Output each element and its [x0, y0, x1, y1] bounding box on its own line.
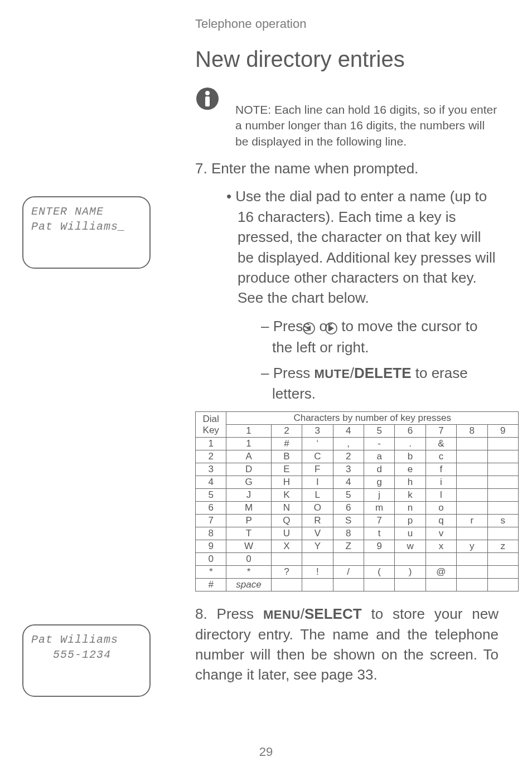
- table-cell: Q: [271, 515, 302, 527]
- table-cell: v: [425, 527, 456, 540]
- lcd-line: ENTER NAME: [31, 204, 142, 219]
- table-cell: E: [271, 463, 302, 476]
- table-cell: &: [425, 438, 456, 450]
- table-cell: q: [425, 515, 456, 527]
- note-label: NOTE:: [235, 103, 271, 116]
- table-cell: g: [364, 476, 394, 489]
- table-cell: [457, 579, 487, 591]
- table-cell: 7: [364, 515, 394, 527]
- table-cell: f: [425, 463, 456, 476]
- table-cell: /: [333, 566, 364, 579]
- table-cell: n: [395, 502, 425, 515]
- table-row: #space: [196, 579, 519, 591]
- table-cell: [271, 579, 302, 591]
- table-cell: [364, 553, 394, 566]
- table-cell: u: [395, 527, 425, 540]
- table-cell: V: [302, 527, 333, 540]
- table-cell: k: [395, 489, 425, 502]
- table-cell: A: [226, 450, 271, 463]
- table-key-cell: 0: [196, 553, 226, 566]
- table-cell: [457, 476, 487, 489]
- table-cell: 1: [226, 438, 271, 450]
- table-cell: S: [333, 515, 364, 527]
- table-cell: [457, 489, 487, 502]
- table-col-header: 3: [302, 425, 333, 438]
- table-cell: K: [271, 489, 302, 502]
- text: /: [301, 605, 304, 622]
- table-cell: [487, 463, 518, 476]
- table-key-cell: 3: [196, 463, 226, 476]
- table-cell: [487, 579, 518, 591]
- table-cell: [457, 566, 487, 579]
- lcd-display-stored: Pat Williams 555-1234: [22, 624, 151, 697]
- table-cell: t: [364, 527, 394, 540]
- table-col-header: 9: [487, 425, 518, 438]
- table-cell: *: [226, 566, 271, 579]
- table-cell: e: [395, 463, 425, 476]
- table-cell: R: [302, 515, 333, 527]
- text: 8. Press: [195, 605, 263, 622]
- svg-point-1: [205, 91, 210, 95]
- table-cell: y: [457, 540, 487, 553]
- table-cell: z: [487, 540, 518, 553]
- table-cell: [395, 579, 425, 591]
- table-cell: [487, 438, 518, 450]
- table-cell: I: [302, 476, 333, 489]
- step-7-dash-1: Press or to move the cursor to the left …: [261, 316, 499, 358]
- table-cell: d: [364, 463, 394, 476]
- table-col-header: 7: [425, 425, 456, 438]
- table-cell: [395, 553, 425, 566]
- table-header-span: Characters by number of key presses: [226, 412, 519, 425]
- table-cell: [425, 579, 456, 591]
- step-7-bullet: Use the dial pad to enter a name (up to …: [226, 186, 499, 308]
- table-cell: a: [364, 450, 394, 463]
- table-cell: ,: [333, 438, 364, 450]
- table-key-cell: 2: [196, 450, 226, 463]
- table-cell: 8: [333, 527, 364, 540]
- table-cell: [333, 553, 364, 566]
- table-key-cell: 6: [196, 502, 226, 515]
- table-row: 5JKL5jkl: [196, 489, 519, 502]
- table-cell: [425, 553, 456, 566]
- table-cell: [457, 450, 487, 463]
- step-7: 7. Enter the name when prompted.: [195, 158, 499, 178]
- table-cell: G: [226, 476, 271, 489]
- table-cell: i: [425, 476, 456, 489]
- table-row: 9WXYZ9wxyz: [196, 540, 519, 553]
- table-cell: (: [364, 566, 394, 579]
- table-cell: [457, 463, 487, 476]
- table-cell: J: [226, 489, 271, 502]
- table-cell: c: [425, 450, 456, 463]
- table-cell: [457, 553, 487, 566]
- table-cell: ‘: [302, 438, 333, 450]
- table-row: 11#‘,-.&: [196, 438, 519, 450]
- table-cell: !: [302, 566, 333, 579]
- table-cell: T: [226, 527, 271, 540]
- table-cell: @: [425, 566, 456, 579]
- table-row: 4GHI4ghi: [196, 476, 519, 489]
- table-col-header: 8: [457, 425, 487, 438]
- table-cell: P: [226, 515, 271, 527]
- table-cell: B: [271, 450, 302, 463]
- table-cell: [457, 527, 487, 540]
- table-cell: ?: [271, 566, 302, 579]
- table-cell: x: [425, 540, 456, 553]
- table-cell: [487, 489, 518, 502]
- table-row: 7PQRS7pqrs: [196, 515, 519, 527]
- note-body: Each line can hold 16 digits, so if you …: [235, 103, 497, 148]
- table-col-header: 6: [395, 425, 425, 438]
- table-cell: N: [271, 502, 302, 515]
- info-icon: [195, 86, 220, 113]
- table-row: 3DEF3def: [196, 463, 519, 476]
- character-table: DialKey Characters by number of key pres…: [195, 411, 519, 591]
- table-key-cell: 8: [196, 527, 226, 540]
- table-cell: [487, 502, 518, 515]
- table-cell: [487, 566, 518, 579]
- table-cell: D: [226, 463, 271, 476]
- table-cell: 3: [333, 463, 364, 476]
- table-cell: [302, 579, 333, 591]
- lcd-line: Pat Williams_: [31, 219, 142, 234]
- note-block: NOTE: Each line can hold 16 digits, so i…: [195, 86, 499, 149]
- table-cell: W: [226, 540, 271, 553]
- table-key-cell: 5: [196, 489, 226, 502]
